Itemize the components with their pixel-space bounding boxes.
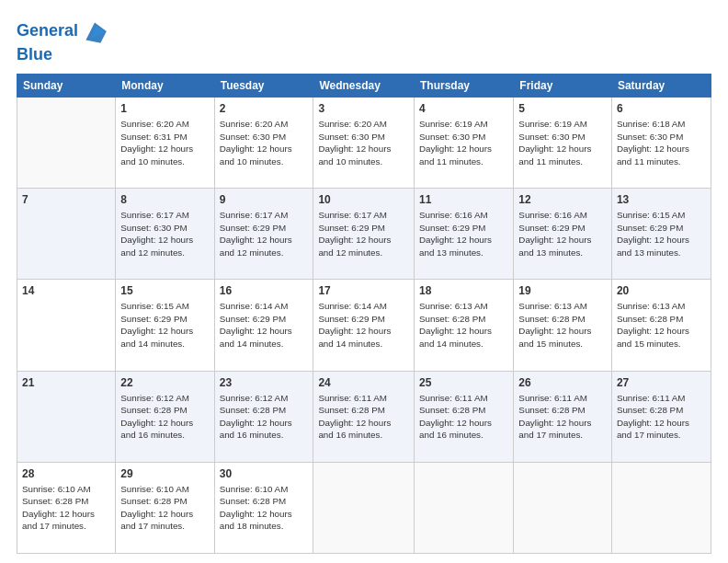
day-info: Sunrise: 6:10 AM Sunset: 6:28 PM Dayligh… xyxy=(120,483,209,533)
day-number: 15 xyxy=(120,283,209,298)
day-info: Sunrise: 6:15 AM Sunset: 6:29 PM Dayligh… xyxy=(120,300,209,350)
day-info: Sunrise: 6:20 AM Sunset: 6:31 PM Dayligh… xyxy=(120,118,209,167)
day-number: 28 xyxy=(22,466,110,481)
logo-text: General xyxy=(17,22,78,40)
col-saturday: Saturday xyxy=(611,74,711,97)
calendar-table: Sunday Monday Tuesday Wednesday Thursday… xyxy=(17,74,711,554)
day-number: 1 xyxy=(120,101,209,116)
day-info: Sunrise: 6:19 AM Sunset: 6:30 PM Dayligh… xyxy=(518,118,607,167)
day-number: 10 xyxy=(318,192,409,207)
day-number: 6 xyxy=(617,101,706,116)
day-info: Sunrise: 6:20 AM Sunset: 6:30 PM Dayligh… xyxy=(220,118,309,167)
col-wednesday: Wednesday xyxy=(313,74,415,97)
table-row: 26Sunrise: 6:11 AM Sunset: 6:28 PM Dayli… xyxy=(514,371,612,462)
day-info: Sunrise: 6:11 AM Sunset: 6:28 PM Dayligh… xyxy=(318,392,409,442)
day-number: 27 xyxy=(617,375,706,390)
col-thursday: Thursday xyxy=(415,74,514,97)
calendar-week-row: 28Sunrise: 6:10 AM Sunset: 6:28 PM Dayli… xyxy=(17,462,711,553)
day-info: Sunrise: 6:13 AM Sunset: 6:28 PM Dayligh… xyxy=(419,300,508,350)
day-number: 2 xyxy=(220,101,309,116)
day-info: Sunrise: 6:10 AM Sunset: 6:28 PM Dayligh… xyxy=(22,483,110,533)
calendar-week-row: 78Sunrise: 6:17 AM Sunset: 6:30 PM Dayli… xyxy=(17,189,711,280)
col-sunday: Sunday xyxy=(17,74,116,97)
day-info: Sunrise: 6:15 AM Sunset: 6:29 PM Dayligh… xyxy=(617,209,706,259)
day-info: Sunrise: 6:16 AM Sunset: 6:29 PM Dayligh… xyxy=(518,209,607,259)
day-number: 8 xyxy=(120,192,209,207)
table-row: 6Sunrise: 6:18 AM Sunset: 6:30 PM Daylig… xyxy=(611,97,711,188)
calendar-header-row: Sunday Monday Tuesday Wednesday Thursday… xyxy=(17,74,711,97)
table-row: 11Sunrise: 6:16 AM Sunset: 6:29 PM Dayli… xyxy=(415,189,514,280)
col-tuesday: Tuesday xyxy=(214,74,313,97)
table-row xyxy=(611,462,711,553)
day-number: 24 xyxy=(318,375,409,390)
table-row: 12Sunrise: 6:16 AM Sunset: 6:29 PM Dayli… xyxy=(514,189,612,280)
day-number: 7 xyxy=(22,192,110,207)
day-info: Sunrise: 6:19 AM Sunset: 6:30 PM Dayligh… xyxy=(419,118,508,167)
table-row: 30Sunrise: 6:10 AM Sunset: 6:28 PM Dayli… xyxy=(214,462,313,553)
table-row: 5Sunrise: 6:19 AM Sunset: 6:30 PM Daylig… xyxy=(514,97,612,188)
day-info: Sunrise: 6:16 AM Sunset: 6:29 PM Dayligh… xyxy=(419,209,508,259)
day-number: 17 xyxy=(318,283,409,298)
day-number: 14 xyxy=(22,283,110,298)
col-friday: Friday xyxy=(514,74,612,97)
table-row xyxy=(514,462,612,553)
table-row: 28Sunrise: 6:10 AM Sunset: 6:28 PM Dayli… xyxy=(17,462,116,553)
day-number: 9 xyxy=(220,192,309,207)
day-number: 16 xyxy=(220,283,309,298)
logo-icon xyxy=(80,17,109,46)
table-row: 24Sunrise: 6:11 AM Sunset: 6:28 PM Dayli… xyxy=(313,371,415,462)
day-info: Sunrise: 6:11 AM Sunset: 6:28 PM Dayligh… xyxy=(419,392,508,442)
day-info: Sunrise: 6:14 AM Sunset: 6:29 PM Dayligh… xyxy=(318,300,409,350)
day-info: Sunrise: 6:17 AM Sunset: 6:30 PM Dayligh… xyxy=(120,209,209,259)
day-number: 29 xyxy=(120,466,209,481)
day-number: 21 xyxy=(22,375,110,390)
logo: General Blue xyxy=(17,17,109,64)
table-row: 17Sunrise: 6:14 AM Sunset: 6:29 PM Dayli… xyxy=(313,280,415,371)
day-info: Sunrise: 6:18 AM Sunset: 6:30 PM Dayligh… xyxy=(617,118,706,167)
day-info: Sunrise: 6:14 AM Sunset: 6:29 PM Dayligh… xyxy=(220,300,309,350)
table-row: 16Sunrise: 6:14 AM Sunset: 6:29 PM Dayli… xyxy=(214,280,313,371)
day-info: Sunrise: 6:13 AM Sunset: 6:28 PM Dayligh… xyxy=(518,300,607,350)
col-monday: Monday xyxy=(116,74,214,97)
day-info: Sunrise: 6:11 AM Sunset: 6:28 PM Dayligh… xyxy=(617,392,706,442)
day-info: Sunrise: 6:17 AM Sunset: 6:29 PM Dayligh… xyxy=(318,209,409,259)
day-number: 12 xyxy=(518,192,607,207)
table-row xyxy=(415,462,514,553)
table-row: 27Sunrise: 6:11 AM Sunset: 6:28 PM Dayli… xyxy=(611,371,711,462)
day-number: 19 xyxy=(518,283,607,298)
calendar-week-row: 2122Sunrise: 6:12 AM Sunset: 6:28 PM Day… xyxy=(17,371,711,462)
table-row: 29Sunrise: 6:10 AM Sunset: 6:28 PM Dayli… xyxy=(116,462,214,553)
day-number: 5 xyxy=(518,101,607,116)
table-row: 2Sunrise: 6:20 AM Sunset: 6:30 PM Daylig… xyxy=(214,97,313,188)
calendar-week-row: 1Sunrise: 6:20 AM Sunset: 6:31 PM Daylig… xyxy=(17,97,711,188)
day-info: Sunrise: 6:10 AM Sunset: 6:28 PM Dayligh… xyxy=(220,483,309,533)
table-row: 15Sunrise: 6:15 AM Sunset: 6:29 PM Dayli… xyxy=(116,280,214,371)
logo-text2: Blue xyxy=(17,46,52,64)
header: General Blue xyxy=(17,17,711,64)
day-number: 30 xyxy=(220,466,309,481)
day-number: 11 xyxy=(419,192,508,207)
day-info: Sunrise: 6:20 AM Sunset: 6:30 PM Dayligh… xyxy=(318,118,409,167)
page: General Blue Sunday Monday Tuesday xyxy=(0,0,728,563)
day-number: 20 xyxy=(617,283,706,298)
table-row: 14 xyxy=(17,280,116,371)
day-info: Sunrise: 6:12 AM Sunset: 6:28 PM Dayligh… xyxy=(220,392,309,442)
table-row: 22Sunrise: 6:12 AM Sunset: 6:28 PM Dayli… xyxy=(116,371,214,462)
table-row: 18Sunrise: 6:13 AM Sunset: 6:28 PM Dayli… xyxy=(415,280,514,371)
table-row xyxy=(313,462,415,553)
table-row: 10Sunrise: 6:17 AM Sunset: 6:29 PM Dayli… xyxy=(313,189,415,280)
day-info: Sunrise: 6:12 AM Sunset: 6:28 PM Dayligh… xyxy=(120,392,209,442)
table-row xyxy=(17,97,116,188)
day-number: 13 xyxy=(617,192,706,207)
table-row: 3Sunrise: 6:20 AM Sunset: 6:30 PM Daylig… xyxy=(313,97,415,188)
day-number: 23 xyxy=(220,375,309,390)
table-row: 9Sunrise: 6:17 AM Sunset: 6:29 PM Daylig… xyxy=(214,189,313,280)
day-number: 22 xyxy=(120,375,209,390)
table-row: 1Sunrise: 6:20 AM Sunset: 6:31 PM Daylig… xyxy=(116,97,214,188)
day-number: 4 xyxy=(419,101,508,116)
day-number: 18 xyxy=(419,283,508,298)
table-row: 23Sunrise: 6:12 AM Sunset: 6:28 PM Dayli… xyxy=(214,371,313,462)
calendar-week-row: 1415Sunrise: 6:15 AM Sunset: 6:29 PM Day… xyxy=(17,280,711,371)
table-row: 21 xyxy=(17,371,116,462)
day-info: Sunrise: 6:11 AM Sunset: 6:28 PM Dayligh… xyxy=(518,392,607,442)
